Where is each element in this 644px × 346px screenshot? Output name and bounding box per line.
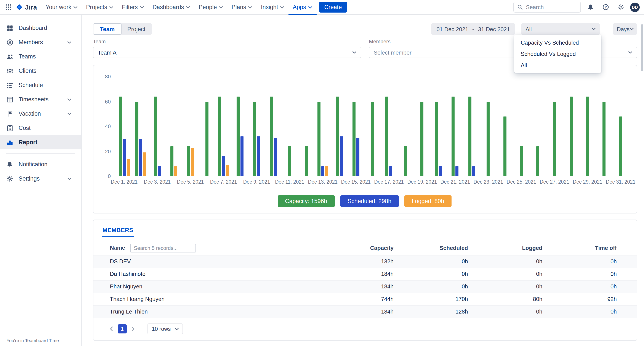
metric-select[interactable]: All <box>521 23 600 35</box>
sidebar-divider <box>0 149 81 157</box>
sidebar-item-members[interactable]: Members <box>0 35 81 49</box>
x-tick: Dec 3, 2021 <box>149 179 166 185</box>
dropdown-option-scheduled-vs-logged[interactable]: Scheduled Vs Logged <box>514 48 601 59</box>
member-value: 0h <box>488 268 562 280</box>
bar-scheduled <box>340 136 343 176</box>
x-tick: Dec 9, 2021 <box>248 179 265 185</box>
sidebar-footer-text: You're in Teamboard Time <box>6 338 59 343</box>
nav-item-insight[interactable]: Insight <box>256 0 288 15</box>
bar-capacity <box>170 146 174 176</box>
sidebar-item-schedule[interactable]: Schedule <box>0 78 81 92</box>
sidebar-nav: DashboardMembersTeamsClientsScheduleTime… <box>0 21 81 186</box>
date-range-picker[interactable]: 01 Dec 2021 - 31 Dec 2021 <box>431 23 515 35</box>
bar-scheduled <box>240 136 244 176</box>
dropdown-option-capacity-vs-scheduled[interactable]: Capacity Vs Scheduled <box>514 37 601 48</box>
x-tick: Dec 7, 2021 <box>215 179 232 185</box>
team-select[interactable]: Team A <box>93 47 361 58</box>
member-value: 80h <box>488 293 562 305</box>
jira-home-link[interactable]: Jira <box>14 4 41 11</box>
chart-day-group <box>132 102 149 176</box>
bar-scheduled <box>139 139 142 177</box>
bar-scheduled <box>456 166 459 176</box>
app-switcher-button[interactable] <box>2 2 14 13</box>
sidebar-item-notification[interactable]: Notification <box>0 157 81 171</box>
chevron-down-icon <box>175 327 178 330</box>
chart-day-group <box>331 97 348 176</box>
nav-item-your-work[interactable]: Your work <box>41 0 82 15</box>
chevron-down-icon <box>628 51 632 54</box>
tab-team[interactable]: Team <box>93 23 122 35</box>
chevron-down-icon <box>68 41 75 44</box>
create-button[interactable]: Create <box>319 2 347 13</box>
sidebar-item-label: Teams <box>18 53 36 60</box>
member-select-placeholder: Select member <box>374 49 412 56</box>
table-row[interactable]: Thach Hoang Nguyen744h170h80h92h <box>94 293 637 305</box>
member-value: 0h <box>562 280 637 293</box>
sidebar-item-dashboard[interactable]: Dashboard <box>0 21 81 35</box>
chart-day-group <box>298 146 315 176</box>
chart: 020406080 Dec 1, 2021Dec 3, 2021Dec 5, 2… <box>100 77 629 185</box>
nav-item-projects[interactable]: Projects <box>82 0 118 15</box>
page-number-button[interactable]: 1 <box>118 324 127 333</box>
schedule-icon <box>6 82 14 89</box>
search-input[interactable] <box>526 4 577 11</box>
gear-icon <box>618 4 624 11</box>
nav-item-filters[interactable]: Filters <box>118 0 148 15</box>
table-row[interactable]: DS DEV132h0h0h0h <box>94 255 637 268</box>
sidebar-item-timesheets[interactable]: Timesheets <box>0 92 81 106</box>
member-value: 184h <box>339 280 414 293</box>
column-header-label: Name <box>110 244 125 251</box>
bar-logged <box>226 165 229 176</box>
sidebar-item-label: Schedule <box>18 82 43 88</box>
chevron-down-icon <box>308 6 312 9</box>
bar-capacity <box>236 97 240 176</box>
metric-select-value: All <box>526 26 532 32</box>
x-tick: Dec 5, 2021 <box>182 179 199 185</box>
chart-panel: 020406080 Dec 1, 2021Dec 3, 2021Dec 5, 2… <box>93 65 637 214</box>
next-page-button[interactable] <box>130 326 135 331</box>
sidebar-item-settings[interactable]: Settings <box>0 171 81 186</box>
table-row[interactable]: Trung Le Thien184h128h0h0h <box>94 305 637 318</box>
cost-icon <box>6 124 14 131</box>
bar-logged <box>143 153 146 176</box>
member-value: 0h <box>488 280 562 293</box>
table-row[interactable]: Phat Nguyen184h0h0h0h <box>94 280 637 293</box>
nav-item-plans[interactable]: Plans <box>227 0 257 15</box>
x-tick: Dec 31, 2021 <box>612 179 629 185</box>
legend-pill-scheduled[interactable]: Scheduled: 298h <box>340 195 399 207</box>
help-button[interactable]: ? <box>600 2 611 13</box>
dropdown-option-all[interactable]: All <box>514 59 601 71</box>
nav-item-dashboards[interactable]: Dashboards <box>148 0 194 15</box>
sidebar-item-teams[interactable]: Teams <box>0 49 81 64</box>
sidebar-item-cost[interactable]: Cost <box>0 121 81 135</box>
prev-page-button[interactable] <box>109 326 114 331</box>
sidebar-item-clients[interactable]: Clients <box>0 64 81 78</box>
toolbar: Team Project 01 Dec 2021 - 31 Dec 2021 A… <box>93 23 637 35</box>
chevron-down-icon <box>74 6 78 9</box>
legend-pill-capacity[interactable]: Capacity: 1596h <box>278 195 334 207</box>
tab-project[interactable]: Project <box>121 23 152 35</box>
search-box[interactable] <box>514 2 581 13</box>
bar-capacity <box>553 102 556 176</box>
x-tick: Dec 1, 2021 <box>116 179 132 185</box>
table-row[interactable]: Du Hashimoto184h0h0h0h <box>94 268 637 280</box>
sidebar-item-vacation[interactable]: Vacation <box>0 106 81 121</box>
settings-button[interactable] <box>615 2 626 13</box>
avatar[interactable]: DD <box>630 3 640 12</box>
rows-per-page-select[interactable]: 10 rows <box>148 323 183 334</box>
x-tick: Dec 21, 2021 <box>447 179 464 185</box>
x-tick: Dec 27, 2021 <box>546 179 563 185</box>
scrollbar-thumb[interactable] <box>641 24 643 71</box>
nav-item-people[interactable]: People <box>194 0 227 15</box>
nav-item-apps[interactable]: Apps <box>288 0 316 15</box>
tab-members[interactable]: MEMBERS <box>102 225 134 237</box>
chart-day-group <box>116 97 132 176</box>
unit-select[interactable]: Days <box>613 23 637 35</box>
bar-capacity <box>386 97 388 176</box>
team-filter: Team Team A <box>93 39 361 58</box>
members-search-input[interactable] <box>130 244 196 252</box>
notifications-button[interactable] <box>585 2 596 13</box>
toolbar-right-controls: 01 Dec 2021 - 31 Dec 2021 All Days <box>431 23 637 35</box>
sidebar-item-report[interactable]: Report <box>0 135 81 149</box>
legend-pill-logged[interactable]: Logged: 80h <box>404 195 452 207</box>
